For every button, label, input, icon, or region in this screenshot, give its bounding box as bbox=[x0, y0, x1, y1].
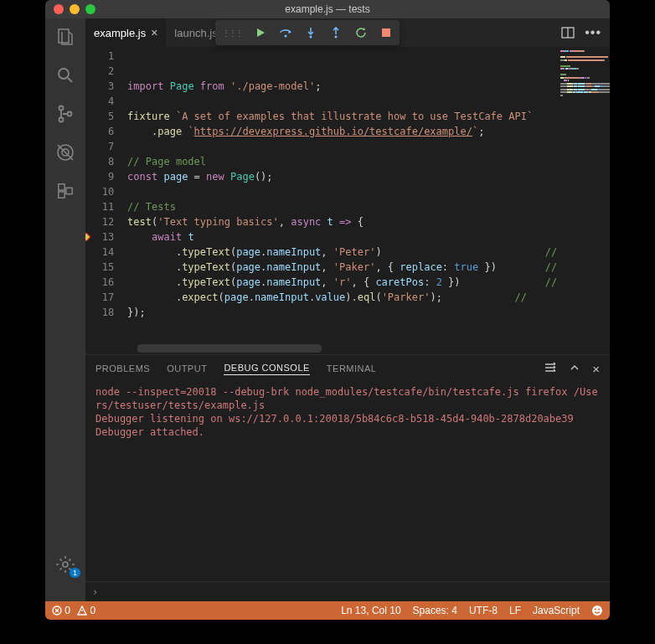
line-number[interactable]: 6 bbox=[85, 124, 114, 139]
explorer-icon[interactable] bbox=[54, 25, 77, 49]
svg-marker-16 bbox=[85, 233, 90, 241]
indentation[interactable]: Spaces: 4 bbox=[413, 605, 457, 616]
code-line[interactable]: .typeText(page.nameInput, 'Peter') // bbox=[127, 245, 557, 260]
close-panel-icon[interactable]: × bbox=[592, 362, 600, 376]
line-number[interactable]: 17 bbox=[85, 290, 114, 305]
close-window-button[interactable] bbox=[54, 4, 64, 14]
extensions-icon[interactable] bbox=[54, 179, 77, 203]
code-line[interactable]: test('Text typing basics', async t => { bbox=[127, 214, 557, 229]
code-line[interactable]: .page `https://devexpress.github.io/test… bbox=[127, 124, 557, 139]
step-over-button[interactable] bbox=[279, 26, 292, 39]
code-line[interactable]: }); bbox=[127, 305, 557, 320]
line-number[interactable]: 16 bbox=[85, 275, 114, 290]
svg-rect-0 bbox=[59, 29, 69, 43]
debug-console-output[interactable]: node --inspect=20018 --debug-brk node_mo… bbox=[85, 382, 610, 581]
step-into-button[interactable] bbox=[304, 26, 317, 39]
svg-rect-8 bbox=[59, 192, 64, 198]
code-content[interactable]: import Page from './page-model';fixture … bbox=[127, 47, 557, 354]
tab-label: example.js bbox=[94, 27, 146, 39]
code-line[interactable]: .typeText(page.nameInput, 'Paker', { rep… bbox=[127, 260, 557, 275]
maximize-window-button[interactable] bbox=[85, 4, 95, 14]
line-number[interactable]: 12 bbox=[85, 214, 114, 229]
code-line[interactable] bbox=[127, 139, 557, 154]
line-number[interactable]: 10 bbox=[85, 184, 114, 199]
tab-output[interactable]: OUTPUT bbox=[167, 363, 207, 374]
line-number[interactable]: 15 bbox=[85, 260, 114, 275]
line-number[interactable]: 14 bbox=[85, 245, 114, 260]
code-line[interactable] bbox=[127, 320, 557, 335]
title-bar: example.js — tests bbox=[45, 0, 610, 18]
debug-icon[interactable] bbox=[54, 141, 77, 164]
line-number-gutter[interactable]: 123456789101112131415161718 bbox=[85, 47, 127, 354]
warnings-count[interactable]: 0 bbox=[77, 605, 95, 616]
line-number[interactable]: 8 bbox=[85, 154, 114, 169]
status-bar: 0 0 Ln 13, Col 10 Spaces: 4 UTF-8 LF Jav… bbox=[45, 601, 610, 620]
code-line[interactable]: // Tests bbox=[127, 199, 557, 214]
settings-icon[interactable]: 1 bbox=[54, 553, 77, 576]
line-number[interactable]: 3 bbox=[85, 79, 114, 94]
tab-problems[interactable]: PROBLEMS bbox=[95, 363, 150, 374]
line-number[interactable]: 13 bbox=[85, 229, 114, 245]
editor-area: example.js × launch.json ••• ⋮⋮⋮ bbox=[85, 18, 610, 601]
cursor-position[interactable]: Ln 13, Col 10 bbox=[341, 605, 400, 616]
line-number[interactable]: 7 bbox=[85, 139, 114, 154]
restart-button[interactable] bbox=[354, 26, 368, 39]
breakpoint-icon[interactable] bbox=[85, 233, 90, 241]
svg-point-20 bbox=[598, 609, 600, 611]
repl-prompt-icon: › bbox=[92, 586, 98, 598]
line-number[interactable]: 18 bbox=[85, 305, 114, 320]
close-icon[interactable]: × bbox=[151, 26, 157, 39]
collapse-panel-icon[interactable] bbox=[569, 362, 580, 376]
split-editor-icon[interactable] bbox=[561, 26, 575, 39]
minimap[interactable] bbox=[557, 47, 610, 354]
more-icon[interactable]: ••• bbox=[585, 25, 601, 40]
language-mode[interactable]: JavaScript bbox=[533, 605, 580, 616]
code-editor[interactable]: 123456789101112131415161718 import Page … bbox=[85, 47, 610, 354]
clear-console-icon[interactable] bbox=[544, 362, 557, 376]
minimize-window-button[interactable] bbox=[70, 4, 80, 14]
svg-rect-15 bbox=[382, 28, 390, 37]
code-line[interactable]: .typeText(page.nameInput, 'r', { caretPo… bbox=[127, 275, 557, 290]
horizontal-scrollbar[interactable] bbox=[137, 344, 322, 353]
code-line[interactable]: const page = new Page(); bbox=[127, 169, 557, 184]
debug-toolbar[interactable]: ⋮⋮⋮ bbox=[215, 20, 400, 45]
feedback-icon[interactable] bbox=[591, 605, 603, 616]
window-controls bbox=[45, 4, 95, 14]
continue-button[interactable] bbox=[254, 26, 267, 39]
window-title: example.js — tests bbox=[45, 3, 610, 15]
line-number[interactable]: 4 bbox=[85, 94, 114, 109]
code-line[interactable]: // Page model bbox=[127, 154, 557, 169]
step-out-button[interactable] bbox=[329, 26, 343, 39]
code-line[interactable]: await t bbox=[127, 229, 557, 245]
svg-point-14 bbox=[335, 36, 338, 39]
encoding[interactable]: UTF-8 bbox=[469, 605, 498, 616]
code-line[interactable]: fixture `A set of examples that illustra… bbox=[127, 109, 557, 124]
eol[interactable]: LF bbox=[509, 605, 521, 616]
main-area: 1 example.js × launch.json ••• ⋮⋮⋮ bbox=[45, 18, 610, 601]
code-line[interactable]: import Page from './page-model'; bbox=[127, 79, 557, 94]
activity-bar: 1 bbox=[45, 18, 85, 601]
line-number[interactable]: 1 bbox=[85, 49, 114, 64]
source-control-icon[interactable] bbox=[54, 102, 77, 126]
line-number[interactable]: 2 bbox=[85, 64, 114, 79]
stop-button[interactable] bbox=[379, 26, 393, 39]
code-line[interactable] bbox=[127, 94, 557, 109]
console-line: Debugger listening on ws://127.0.0.1:200… bbox=[95, 412, 600, 425]
search-icon[interactable] bbox=[54, 64, 77, 87]
svg-point-3 bbox=[59, 118, 64, 122]
svg-rect-9 bbox=[66, 188, 72, 193]
line-number[interactable]: 5 bbox=[85, 109, 114, 124]
repl-input[interactable]: › bbox=[85, 581, 610, 601]
console-line: rs/testuser/tests/example.js bbox=[95, 399, 600, 412]
line-number[interactable]: 9 bbox=[85, 169, 114, 184]
tab-example-js[interactable]: example.js × bbox=[85, 18, 166, 47]
svg-point-4 bbox=[68, 112, 72, 116]
code-line[interactable] bbox=[127, 184, 557, 199]
tab-terminal[interactable]: TERMINAL bbox=[327, 363, 377, 374]
errors-count[interactable]: 0 bbox=[52, 605, 70, 616]
line-number[interactable]: 11 bbox=[85, 199, 114, 214]
code-line[interactable]: .expect(page.nameInput.value).eql('Parke… bbox=[127, 290, 557, 305]
svg-point-2 bbox=[59, 106, 64, 111]
tab-debug-console[interactable]: DEBUG CONSOLE bbox=[224, 363, 309, 375]
drag-grip-icon[interactable]: ⋮⋮⋮ bbox=[222, 28, 242, 38]
